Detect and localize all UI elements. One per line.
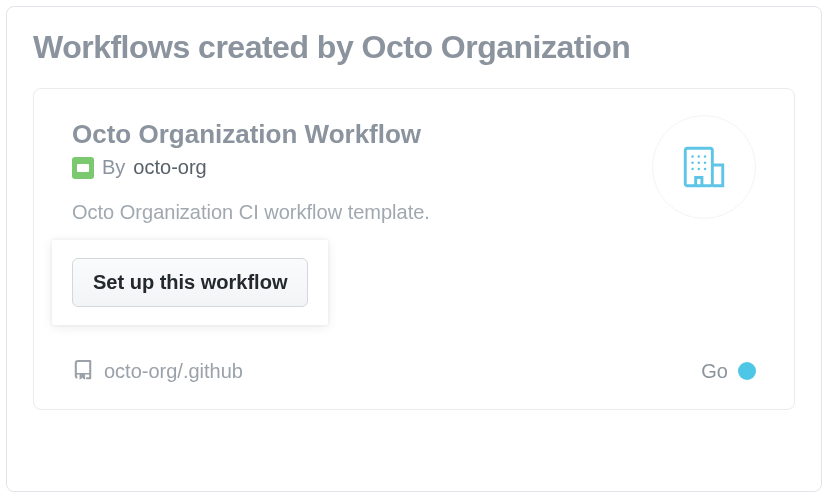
svg-point-1 <box>691 155 694 158</box>
svg-point-6 <box>704 162 707 165</box>
repo-link[interactable]: octo-org/.github <box>72 359 243 383</box>
repo-icon <box>72 359 94 383</box>
svg-point-8 <box>698 168 701 171</box>
by-label: By <box>102 156 125 179</box>
setup-workflow-button[interactable]: Set up this workflow <box>72 258 308 307</box>
card-header: Octo Organization Workflow By octo-org O… <box>72 119 756 240</box>
svg-point-3 <box>704 155 707 158</box>
card-footer: octo-org/.github Go <box>72 359 756 383</box>
section-title: Workflows created by Octo Organization <box>33 29 795 66</box>
repo-name: octo-org/.github <box>104 360 243 383</box>
author-name[interactable]: octo-org <box>133 156 206 179</box>
workflow-title: Octo Organization Workflow <box>72 119 652 150</box>
organization-icon <box>679 142 729 192</box>
svg-point-2 <box>698 155 701 158</box>
author-avatar <box>72 157 94 179</box>
card-title-block: Octo Organization Workflow By octo-org O… <box>72 119 652 240</box>
byline: By octo-org <box>72 156 652 179</box>
workflow-card: Octo Organization Workflow By octo-org O… <box>33 88 795 410</box>
workflow-description: Octo Organization CI workflow template. <box>72 201 652 224</box>
setup-highlight: Set up this workflow <box>52 240 328 325</box>
svg-point-5 <box>698 162 701 165</box>
workflows-section: Workflows created by Octo Organization O… <box>6 6 822 492</box>
svg-point-4 <box>691 162 694 165</box>
svg-point-7 <box>691 168 694 171</box>
language-dot <box>738 362 756 380</box>
language-name: Go <box>701 360 728 383</box>
workflow-icon-circle <box>652 115 756 219</box>
language-indicator: Go <box>701 360 756 383</box>
svg-point-9 <box>704 168 707 171</box>
